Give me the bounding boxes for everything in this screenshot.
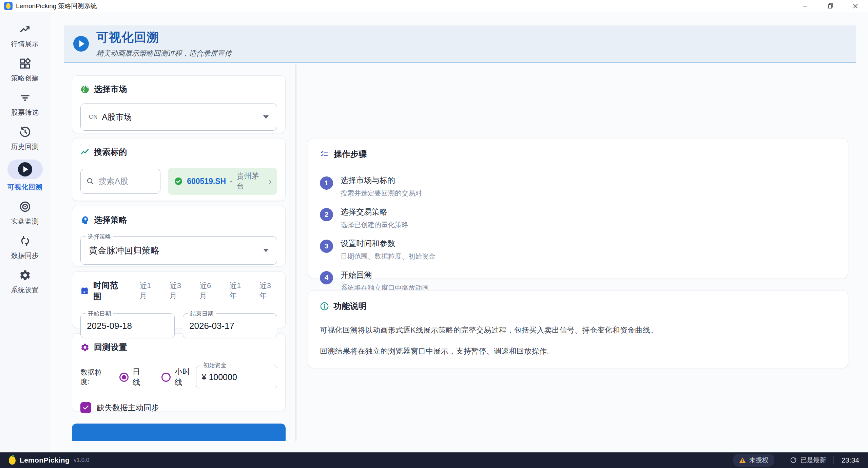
sidebar-item-strategy-create[interactable]: 策略创建	[3, 57, 47, 83]
step-item: 1 选择市场与标的 搜索并选定要回溯的交易对	[320, 175, 836, 198]
card-title: 选择策略	[94, 214, 127, 225]
page-subtitle: 精美动画展示策略回测过程，适合录屏宣传	[96, 49, 232, 58]
search-field	[80, 169, 160, 194]
step-title: 开始回溯	[341, 270, 429, 280]
sidebar-item-visual-replay[interactable]: 可视化回溯	[3, 160, 47, 192]
card-title: 功能说明	[333, 301, 367, 312]
page-title: 可视化回溯	[96, 29, 232, 46]
steps-card: 操作步骤 1 选择市场与标的 搜索并选定要回溯的交易对 2 选择交易策略	[308, 138, 848, 278]
step-item: 2 选择交易策略 选择已创建的量化策略	[320, 207, 836, 229]
step-desc: 选择已创建的量化策略	[341, 220, 408, 229]
symbol-name: 贵州茅台	[237, 171, 265, 191]
range-3m[interactable]: 近3月	[170, 281, 187, 301]
range-3y[interactable]: 近3年	[259, 281, 277, 301]
history-icon	[18, 125, 32, 139]
panel-divider	[295, 64, 296, 441]
sidebar: 行情展示 策略创建 股票筛选 历史回测 可视化回溯	[0, 12, 50, 452]
radio-icon	[161, 373, 171, 382]
check-circle-icon	[174, 176, 183, 186]
time-range-card: 时间范围 近1月 近3月 近6月 近1年 近3年 开始日期	[72, 272, 286, 328]
chevron-down-icon	[263, 249, 269, 252]
step-desc: 搜索并选定要回溯的交易对	[341, 189, 422, 198]
sidebar-item-market-display[interactable]: 行情展示	[3, 22, 47, 49]
sync-missing-data-checkbox[interactable]: 缺失数据主动同步	[80, 402, 277, 413]
step-desc: 日期范围、数据粒度、初始资金	[341, 252, 436, 261]
step-item: 4 开始回溯 系统将在独立窗口中播放动画	[320, 270, 836, 293]
range-1y[interactable]: 近1年	[229, 281, 247, 301]
start-date-field: 开始日期	[80, 313, 175, 338]
end-date-input[interactable]	[189, 321, 271, 331]
market-value: A股市场	[102, 112, 132, 123]
trend-line-icon	[18, 22, 32, 36]
card-title: 回测设置	[94, 342, 127, 353]
symbol-code: 600519.SH	[187, 177, 226, 186]
target-icon	[18, 200, 32, 213]
end-date-field: 结束日期	[183, 313, 277, 338]
window-controls	[793, 0, 868, 12]
radio-icon	[119, 373, 129, 382]
backtest-settings-card: 回测设置 数据粒度: 日线 小时线 初始资金	[72, 333, 286, 411]
info-paragraph: 回溯结果将在独立的浏览器窗口中展示，支持暂停、调速和回放操作。	[320, 346, 836, 356]
strategy-select[interactable]: 选择策略 黄金脉冲回归策略	[80, 236, 277, 265]
chevron-right-icon[interactable]: ›	[269, 176, 272, 186]
sidebar-item-history-backtest[interactable]: 历史回测	[3, 125, 47, 151]
minimize-icon[interactable]	[793, 0, 818, 12]
selected-symbol-chip[interactable]: 600519.SH - 贵州茅台 ›	[168, 168, 277, 195]
close-icon[interactable]	[843, 0, 868, 12]
config-panel: 选择市场 CN A股市场 搜索标的	[72, 75, 286, 441]
sidebar-item-label: 历史回测	[11, 142, 39, 151]
license-status-badge[interactable]: 未授权	[733, 454, 774, 467]
globe-icon	[80, 85, 90, 94]
update-status[interactable]: 已是最新	[790, 456, 826, 465]
clock-label: 23:34	[841, 456, 859, 464]
start-date-input[interactable]	[87, 321, 168, 331]
sidebar-item-settings[interactable]: 系统设置	[3, 268, 47, 295]
filter-icon	[18, 91, 32, 105]
start-backtest-button[interactable]	[72, 424, 286, 441]
range-1m[interactable]: 近1月	[139, 281, 157, 301]
update-label: 已是最新	[800, 456, 826, 465]
sidebar-item-live-monitor[interactable]: 实盘监测	[3, 200, 47, 226]
step-number-badge: 2	[320, 208, 333, 221]
field-label: 开始日期	[85, 310, 113, 318]
status-divider	[833, 456, 834, 464]
search-input[interactable]	[98, 176, 149, 186]
steps-list: 1 选择市场与标的 搜索并选定要回溯的交易对 2 选择交易策略 选择已创建的量化…	[320, 175, 836, 293]
field-label: 初始资金	[201, 361, 229, 369]
radio-hourly[interactable]: 小时线	[161, 367, 196, 388]
sidebar-item-label: 行情展示	[11, 39, 39, 49]
info-paragraph: 可视化回溯将以动画形式逐K线展示策略的完整交易过程，包括买入卖出信号、持仓变化和…	[320, 325, 836, 335]
window-title: LemonPicking 策略回测系统	[16, 2, 97, 11]
market-card: 选择市场 CN A股市场	[72, 75, 286, 133]
market-select[interactable]: CN A股市场	[80, 104, 277, 131]
calendar-icon	[80, 286, 89, 295]
market-code: CN	[89, 114, 98, 120]
initial-capital-input[interactable]	[202, 372, 271, 382]
app-logo-icon	[4, 2, 13, 10]
main-area: 可视化回溯 精美动画展示策略回测过程，适合录屏宣传 选择市场 CN A股市场	[50, 12, 868, 452]
step-number-badge: 3	[320, 240, 333, 253]
lemon-icon	[9, 456, 16, 465]
field-label: 结束日期	[188, 310, 216, 318]
trend-line-icon	[80, 148, 90, 157]
gear-icon	[18, 268, 32, 282]
range-6m[interactable]: 近6月	[199, 281, 217, 301]
sidebar-item-label: 实盘监测	[11, 217, 39, 226]
strategy-head-icon	[80, 216, 90, 225]
sidebar-item-stock-filter[interactable]: 股票筛选	[3, 91, 47, 117]
title-bar: LemonPicking 策略回测系统	[0, 0, 868, 12]
field-label: 选择策略	[85, 233, 113, 241]
sidebar-item-label: 系统设置	[11, 285, 39, 295]
sidebar-item-data-sync[interactable]: 数据同步	[3, 234, 47, 260]
brand-name: LemonPicking	[20, 456, 70, 464]
chevron-down-icon	[263, 115, 269, 119]
radio-daily[interactable]: 日线	[119, 367, 147, 388]
widgets-icon	[18, 57, 32, 70]
play-circle-icon	[73, 36, 89, 52]
feature-info-card: 功能说明 可视化回溯将以动画形式逐K线展示策略的完整交易过程，包括买入卖出信号、…	[308, 290, 848, 368]
restore-icon[interactable]	[818, 0, 843, 12]
card-title: 时间范围	[93, 280, 125, 302]
gear-icon	[80, 343, 90, 352]
symbol-separator: -	[230, 177, 232, 186]
play-circle-icon	[18, 162, 32, 176]
